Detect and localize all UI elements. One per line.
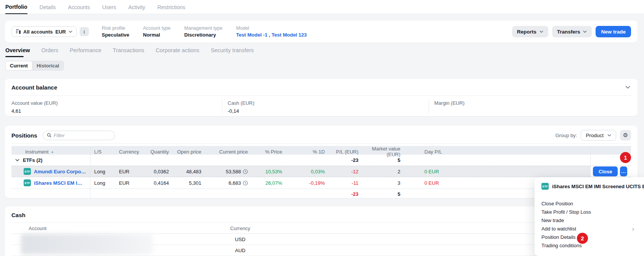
account-balance-card: Account balance Account value (EUR) 4,61… xyxy=(5,79,638,116)
account-fields: Risk profile Speculative Account type No… xyxy=(102,26,307,38)
transfers-button[interactable]: Transfers xyxy=(552,26,592,37)
annotation-badge-1: 1 xyxy=(620,152,631,163)
more-actions-button[interactable]: ... xyxy=(620,166,627,176)
currency-value: EUR xyxy=(115,177,144,189)
menu-item-label: Add to watchlist xyxy=(541,226,576,232)
account-selector-label: All accounts xyxy=(23,29,53,35)
tab-activity[interactable]: Activity xyxy=(128,4,145,14)
model-separator: , xyxy=(267,32,271,38)
annotation-badge-2: 2 xyxy=(577,233,588,244)
positions-filter[interactable] xyxy=(43,131,115,140)
model-field: Model Test Model -1 , Test Model 123 xyxy=(236,26,307,38)
account-value-metric: Account value (EUR) 4,61 xyxy=(11,100,222,114)
accounts-icon xyxy=(16,29,21,34)
group-market-value: 5 xyxy=(362,155,404,166)
pl-value: -11 xyxy=(329,177,362,189)
tab-corporate-actions[interactable]: Corporate actions xyxy=(156,47,199,57)
reports-button[interactable]: Reports xyxy=(512,26,548,37)
account-type-label: Account type xyxy=(143,26,170,31)
day-pl-value: 0 EUR xyxy=(404,166,590,177)
menu-item-position-details[interactable]: Position Details xyxy=(535,233,644,241)
management-type-value: Discretionary xyxy=(184,32,222,38)
close-position-button[interactable]: Close xyxy=(593,166,618,176)
tab-details[interactable]: Details xyxy=(40,4,56,14)
menu-item-new-trade[interactable]: New trade xyxy=(535,216,644,224)
chevron-down-icon xyxy=(607,134,611,136)
menu-item-take-profit-stop-loss[interactable]: Take Profit / Stop Loss xyxy=(535,208,644,216)
info-button[interactable]: i xyxy=(80,27,89,36)
clock-icon[interactable] xyxy=(243,181,248,186)
tab-portfolio[interactable]: Portfolio xyxy=(5,4,27,14)
instrument-link[interactable]: iShares MSCI EM IMI Screene... xyxy=(34,180,86,186)
group-row-etfs[interactable]: ETFs (2) -23 5 xyxy=(11,155,631,166)
account-selector-currency: EUR xyxy=(55,29,66,35)
account-type-value: Normal xyxy=(143,32,170,38)
etf-badge: ETF xyxy=(24,179,31,186)
open-price-value: 5,301 xyxy=(173,177,205,189)
top-nav: Portfolio Details Accounts Users Activit… xyxy=(0,0,644,14)
account-type-field: Account type Normal xyxy=(143,26,170,38)
model-link-1[interactable]: Test Model -1 xyxy=(236,32,267,38)
account-summary-bar: All accounts EUR i Risk profile Speculat… xyxy=(5,21,638,43)
model-label: Model xyxy=(236,26,307,31)
sort-asc-icon: ▲ xyxy=(51,150,54,154)
col-cash-currency[interactable]: Currency xyxy=(210,226,271,231)
instrument-link[interactable]: Amundi Euro Corporate Bond ... xyxy=(34,169,86,174)
group-by-value: Product xyxy=(586,133,604,138)
table-settings-button[interactable]: ⚙ xyxy=(620,130,631,141)
chevron-right-icon: › xyxy=(632,226,634,232)
menu-item-trading-conditions[interactable]: Trading conditions xyxy=(535,241,644,250)
group-by-select[interactable]: Product xyxy=(581,130,616,141)
positions-header-row: Instrument▲ L/S Currency Quantity Open p… xyxy=(11,146,631,155)
tab-restrictions[interactable]: Restrictions xyxy=(157,4,185,14)
tab-security-transfers[interactable]: Security transfers xyxy=(211,47,254,57)
pct-1d-value: 0,03% xyxy=(286,166,329,177)
group-label: ETFs (2) xyxy=(23,157,42,163)
col-account[interactable]: Account xyxy=(11,226,210,231)
clock-icon[interactable] xyxy=(243,169,248,174)
cash-metric: Cash (EUR) -0,14 xyxy=(222,100,429,114)
position-context-menu: ETF iShares MSCI EM IMI Screened UCITS E… xyxy=(535,177,644,256)
menu-item-close-position[interactable]: Close Position xyxy=(535,199,644,208)
positions-title: Positions xyxy=(11,132,37,139)
market-value: 3 xyxy=(362,177,404,189)
transfers-button-label: Transfers xyxy=(557,29,580,35)
ls-value: Long xyxy=(90,166,115,177)
risk-profile-value: Speculative xyxy=(102,32,129,38)
tab-orders[interactable]: Orders xyxy=(42,47,58,57)
tab-performance[interactable]: Performance xyxy=(70,47,101,57)
chevron-down-icon xyxy=(69,30,72,33)
account-selector[interactable]: All accounts EUR xyxy=(11,26,77,37)
model-link-2[interactable]: Test Model 123 xyxy=(271,32,307,38)
toggle-historical[interactable]: Historical xyxy=(32,61,63,70)
risk-profile-field: Risk profile Speculative xyxy=(102,26,129,38)
risk-profile-label: Risk profile xyxy=(102,26,129,31)
pct-price-value: 10,53% xyxy=(252,166,286,177)
toggle-current[interactable]: Current xyxy=(6,61,32,70)
chevron-down-icon[interactable] xyxy=(15,159,19,162)
etf-badge: ETF xyxy=(24,168,31,175)
menu-item-add-to-watchlist[interactable]: Add to watchlist › xyxy=(535,224,644,233)
ls-value: Long xyxy=(90,177,115,189)
active-tab-indicator xyxy=(5,56,24,57)
collapse-chevron-icon[interactable] xyxy=(625,86,630,89)
tab-accounts[interactable]: Accounts xyxy=(68,4,90,14)
currency-value: EUR xyxy=(115,166,144,177)
current-price-value: 6,683 xyxy=(205,177,252,189)
tab-overview-label: Overview xyxy=(5,47,30,53)
margin-metric: Margin (EUR) xyxy=(429,100,631,114)
pl-value: -12 xyxy=(329,166,362,177)
chevron-down-icon xyxy=(540,30,543,33)
gear-icon: ⚙ xyxy=(623,132,628,139)
open-price-value: 48,483 xyxy=(173,166,205,177)
tab-users[interactable]: Users xyxy=(102,4,116,14)
reports-button-label: Reports xyxy=(517,29,536,35)
positions-filter-input[interactable] xyxy=(54,133,107,138)
total-pl: -23 xyxy=(329,189,362,199)
position-row-amundi[interactable]: ETF Amundi Euro Corporate Bond ... Long … xyxy=(11,166,631,177)
etf-badge: ETF xyxy=(541,183,549,190)
tab-overview[interactable]: Overview xyxy=(5,47,30,57)
new-trade-button[interactable]: New trade xyxy=(596,26,631,37)
tab-transactions[interactable]: Transactions xyxy=(113,47,144,57)
group-pl: -23 xyxy=(329,155,362,166)
